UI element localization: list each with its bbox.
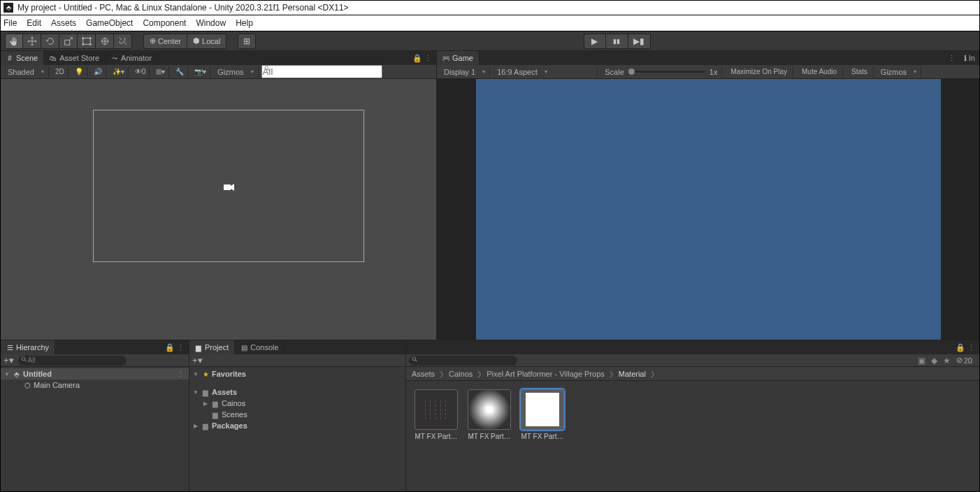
filter-by-type-icon[interactable]: ▣ (918, 356, 925, 366)
pivot-local-toggle[interactable]: ⬢ Local (187, 34, 226, 49)
game-tab-options[interactable]: ⋮ (944, 51, 960, 65)
tab-hierarchy[interactable]: ☰Hierarchy (1, 340, 55, 354)
tab-project[interactable]: ▆Project (189, 340, 235, 354)
grid-toggle[interactable]: ⊞▾ (152, 66, 169, 78)
audio-toggle[interactable]: 🔊 (90, 66, 106, 78)
window-titlebar: ⬘ My project - Untitled - PC, Mac & Linu… (0, 0, 980, 15)
hidden-objects[interactable]: 👁0 (131, 66, 150, 78)
rect-tool[interactable] (78, 34, 96, 49)
move-tool[interactable] (23, 34, 41, 49)
gizmos-dropdown[interactable]: Gizmos (213, 66, 258, 78)
menu-gameobject[interactable]: GameObject (86, 18, 133, 28)
scene-toolbar: Shaded 2D 💡 🔊 ✨▾ 👁0 ⊞▾ 🔧 📷▾ Gizmos (1, 65, 436, 79)
menu-assets[interactable]: Assets (51, 18, 76, 28)
rotate-tool[interactable] (41, 34, 59, 49)
play-button[interactable]: ▶ (584, 34, 606, 49)
eye-off-icon: ⊘ (956, 356, 963, 365)
scene-viewport[interactable] (1, 79, 436, 340)
crumb-pack[interactable]: Pixel Art Platformer - Village Props (487, 370, 605, 378)
scene-tab-options[interactable]: 🔒 ⋮ (408, 51, 436, 65)
menu-help[interactable]: Help (236, 18, 253, 28)
assets-options[interactable]: 🔒 ⋮ (951, 340, 979, 354)
tree-cainos[interactable]: ▶▆Cainos (189, 398, 405, 409)
camera-gizmo-icon[interactable] (223, 182, 236, 192)
unity-scene-icon: ⬘ (13, 370, 21, 378)
hidden-packages[interactable]: ⊘20 (956, 356, 972, 366)
lighting-toggle[interactable]: 💡 (71, 66, 87, 78)
hierarchy-options[interactable]: 🔒 ⋮ (161, 340, 189, 354)
main-menu: File Edit Assets GameObject Component Wi… (0, 15, 980, 31)
fx-toggle[interactable]: ✨▾ (109, 66, 129, 78)
crumb-assets[interactable]: Assets (412, 370, 435, 378)
project-add-button[interactable]: +▾ (192, 355, 203, 366)
project-search[interactable] (409, 356, 517, 366)
svg-rect-1 (82, 38, 90, 44)
transform-tool[interactable] (96, 34, 114, 49)
folder-icon: ▆ (211, 410, 219, 419)
store-icon: 🛍 (50, 55, 57, 62)
menu-component[interactable]: Component (143, 18, 186, 28)
assets-tabbar: 🔒 ⋮ (406, 340, 979, 354)
save-search-icon[interactable]: ★ (943, 356, 951, 366)
camera-toggle[interactable]: 📷▾ (191, 66, 210, 78)
scene-search[interactable] (261, 65, 382, 78)
tools-toggle[interactable]: 🔧 (172, 66, 188, 78)
folder-icon: ▆ (201, 421, 210, 430)
tree-favorites[interactable]: ▼★Favorites (189, 368, 405, 379)
inspector-peek[interactable]: ℹIn (960, 51, 979, 65)
display-dropdown[interactable]: Display 1 (440, 66, 490, 78)
scale-tool[interactable] (59, 34, 78, 49)
menu-window[interactable]: Window (196, 18, 226, 28)
assets-grid[interactable]: : : : : :: : : : :: : : : :: : : : :: : … (406, 381, 979, 491)
hierarchy-search[interactable] (18, 356, 127, 366)
tree-assets[interactable]: ▼▆Assets (189, 386, 405, 398)
snap-toggle[interactable]: ⊞ (238, 34, 256, 49)
hierarchy-scene-row[interactable]: ▼⬘Untitled⋮ (1, 368, 189, 379)
unity-logo-icon: ⬘ (3, 3, 13, 13)
tab-asset-store[interactable]: 🛍Asset Store (44, 51, 106, 65)
folder-icon: ▆ (211, 399, 219, 407)
crumb-cainos[interactable]: Cainos (449, 370, 473, 378)
menu-edit[interactable]: Edit (27, 18, 41, 28)
tab-scene[interactable]: #Scene (1, 51, 44, 65)
2d-toggle[interactable]: 2D (52, 66, 69, 78)
pivot-center-toggle[interactable]: ⊕ Center (143, 34, 187, 49)
game-icon: 🎮 (442, 55, 449, 62)
folder-icon: ▆ (201, 388, 210, 396)
shading-mode-dropdown[interactable]: Shaded (3, 66, 49, 78)
mute-toggle[interactable]: Mute Audio (796, 66, 843, 78)
tree-packages[interactable]: ▶▆Packages (189, 420, 405, 431)
menu-file[interactable]: File (3, 18, 17, 28)
svg-rect-0 (64, 40, 69, 45)
scene-icon: # (6, 55, 13, 62)
custom-tool[interactable] (114, 34, 132, 49)
filter-by-label-icon[interactable]: ◆ (931, 356, 937, 366)
step-button[interactable]: ▶▮ (628, 34, 651, 49)
asset-item[interactable]: MT FX Part… (521, 389, 564, 440)
game-render (476, 79, 941, 340)
main-toolbar: ⊕ Center ⬢ Local ⊞ ▶ ▮▮ ▶▮ (1, 31, 979, 51)
scale-slider[interactable] (628, 71, 705, 73)
asset-item[interactable]: : : : : :: : : : :: : : : :: : : : :: : … (415, 389, 458, 440)
tab-console[interactable]: ▤Console (235, 340, 284, 354)
hierarchy-tabbar: ☰Hierarchy 🔒 ⋮ (1, 340, 189, 354)
aspect-dropdown[interactable]: 16:9 Aspect (493, 66, 598, 78)
maximize-toggle[interactable]: Maximize On Play (725, 66, 793, 78)
tree-scenes[interactable]: ▶▆Scenes (189, 409, 405, 420)
game-viewport[interactable] (437, 79, 979, 340)
stats-toggle[interactable]: Stats (846, 66, 874, 78)
game-gizmos-dropdown[interactable]: Gizmos (877, 66, 921, 78)
tab-animator[interactable]: ⤳Animator (106, 51, 158, 65)
assets-breadcrumb: Assets❯ Cainos❯ Pixel Art Platformer - V… (406, 367, 979, 381)
scene-tabbar: #Scene 🛍Asset Store ⤳Animator 🔒 ⋮ (1, 51, 436, 65)
hierarchy-item-main-camera[interactable]: ⬡Main Camera (1, 379, 189, 391)
asset-item[interactable]: MT FX Part… (468, 389, 511, 440)
hierarchy-tree: ▼⬘Untitled⋮ ⬡Main Camera (1, 367, 189, 491)
animator-icon: ⤳ (111, 55, 118, 62)
crumb-material[interactable]: Material (619, 370, 646, 378)
hand-tool[interactable] (5, 34, 23, 49)
folder-icon: ▆ (195, 344, 202, 351)
pause-button[interactable]: ▮▮ (606, 34, 628, 49)
hierarchy-add-button[interactable]: +▾ (3, 355, 14, 366)
tab-game[interactable]: 🎮Game (437, 51, 480, 65)
